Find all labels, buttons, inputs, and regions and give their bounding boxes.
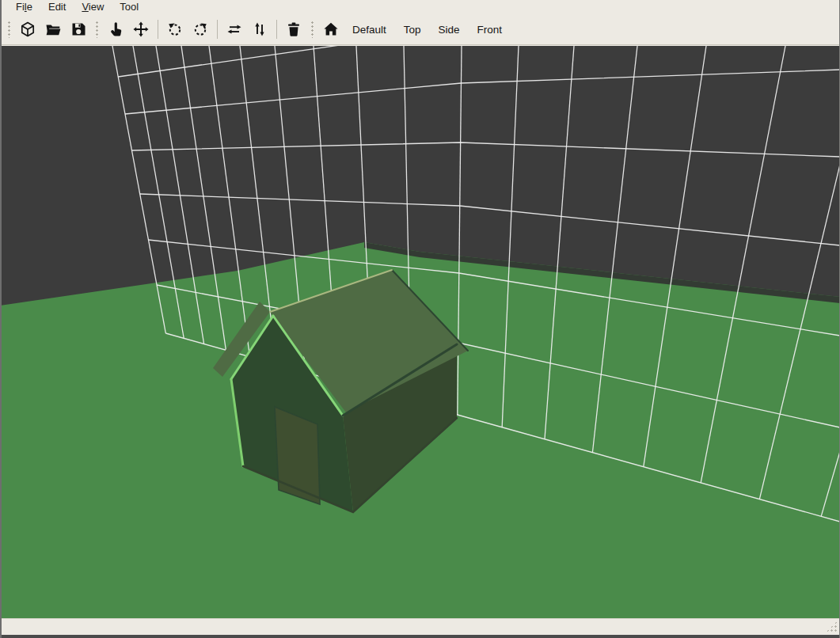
menu-edit[interactable]: Edit: [40, 0, 74, 14]
window-bottom-border: [0, 635, 840, 638]
flip-vertical-button[interactable]: [248, 18, 272, 40]
select-hand-button[interactable]: [104, 18, 127, 40]
view-button-front[interactable]: Front: [469, 21, 511, 39]
toolbar-separator: [311, 21, 314, 38]
window-left-border: [0, 0, 2, 638]
toolbar-separator: [96, 21, 98, 38]
rotate-ccw-icon: [166, 21, 184, 38]
open-folder-button[interactable]: [41, 18, 65, 40]
rotate-ccw-button[interactable]: [163, 18, 187, 40]
toolbar-separator: [8, 21, 10, 38]
flip-horizontal-button[interactable]: [222, 18, 246, 40]
resize-grip[interactable]: [826, 621, 838, 632]
home-view-icon: [322, 21, 340, 38]
save-button[interactable]: [67, 18, 90, 40]
save-icon: [70, 21, 87, 38]
view-button-side[interactable]: Side: [430, 21, 469, 39]
flip-horizontal-icon: [226, 21, 243, 38]
select-hand-icon: [107, 21, 124, 38]
menu-tool[interactable]: Tool: [112, 0, 146, 14]
home-view-button[interactable]: [319, 18, 343, 40]
delete-icon: [285, 21, 302, 38]
view-button-default[interactable]: Default: [344, 21, 395, 39]
toolbar: DefaultTopSideFront: [0, 14, 840, 45]
toolbar-separator: [276, 20, 277, 39]
rotate-cw-icon: [192, 21, 209, 38]
menu-file[interactable]: File: [8, 0, 40, 14]
new-model-button[interactable]: [16, 18, 40, 40]
app-window: FileEditViewTool DefaultTopSideFront: [0, 0, 840, 638]
rotate-cw-button[interactable]: [188, 18, 212, 40]
flip-vertical-icon: [251, 21, 268, 38]
open-folder-icon: [44, 21, 62, 38]
viewport-3d[interactable]: [0, 46, 840, 618]
menubar: FileEditViewTool: [0, 0, 840, 14]
toolbar-separator: [217, 20, 218, 39]
delete-button[interactable]: [282, 18, 306, 40]
new-model-icon: [19, 21, 36, 38]
toolbar-separator: [158, 20, 158, 39]
status-bar: [0, 618, 840, 635]
menu-view[interactable]: View: [74, 0, 112, 14]
move-button[interactable]: [129, 18, 153, 40]
scene-canvas[interactable]: [0, 46, 840, 618]
view-button-top[interactable]: Top: [395, 21, 430, 39]
move-icon: [132, 21, 150, 38]
